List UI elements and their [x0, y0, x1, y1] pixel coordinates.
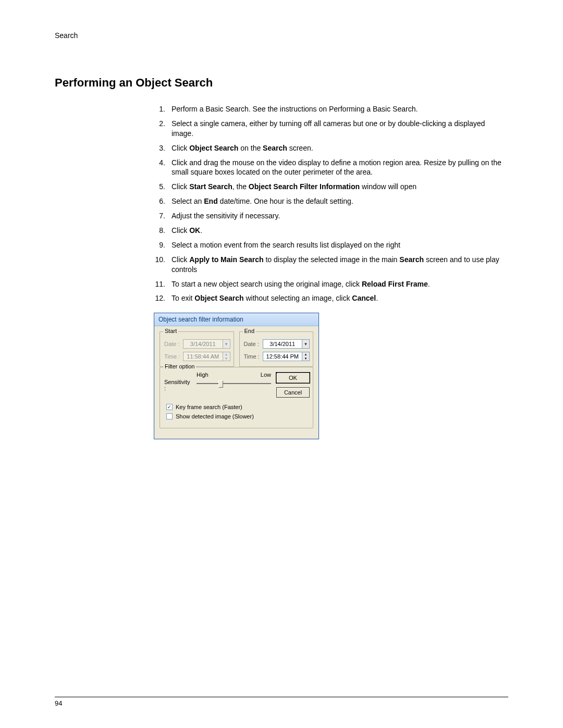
step-text: Click	[172, 144, 189, 152]
cancel-button[interactable]: Cancel	[276, 387, 310, 398]
object-search-filter-dialog: Object search filter information Start D…	[154, 313, 319, 439]
end-legend: End	[243, 328, 256, 334]
step-text: , the	[232, 182, 249, 191]
sensitivity-slider[interactable]	[195, 379, 272, 388]
sensitivity-label: Sensitivity :	[164, 379, 191, 391]
step-text: Click	[172, 182, 189, 191]
slider-high-label: High	[197, 372, 209, 378]
showdetected-label: Show detected image (Slower)	[176, 413, 254, 419]
step-number: 8.	[154, 226, 165, 236]
end-date-input[interactable]: 3/14/2011	[263, 339, 303, 349]
keyframe-label: Key frame search (Faster)	[176, 404, 242, 410]
step-text: to display the selected image in the mai…	[264, 255, 400, 264]
step-text: screen.	[287, 144, 313, 152]
start-time-spinner: ▲▼	[223, 352, 230, 361]
start-date-label: Date :	[164, 341, 183, 347]
step-text: To exit	[172, 294, 194, 302]
step-text-bold: OK	[189, 226, 200, 235]
instruction-step: 8.Click OK.	[154, 226, 503, 236]
keyframe-checkbox[interactable]: ✓	[166, 404, 173, 410]
instruction-list: 1.Perform a Basic Search. See the instru…	[154, 104, 503, 303]
step-text: without selecting an image, click	[244, 294, 352, 302]
step-text: on the	[238, 144, 263, 152]
filter-option-group: Filter option Sensitivity : High Low OK …	[160, 367, 313, 428]
start-group: Start Date : 3/14/2011 ▼ Time : 11:58:44…	[160, 331, 234, 367]
step-text-bold: Search	[399, 255, 424, 264]
instruction-step: 6.Select an End date/time. One hour is t…	[154, 196, 503, 206]
step-text: Click	[172, 226, 189, 235]
end-date-dropdown[interactable]: ▼	[302, 339, 310, 349]
step-text-bold: Object Search	[194, 294, 243, 302]
instruction-step: 10.Click Apply to Main Search to display…	[154, 255, 503, 275]
slider-thumb[interactable]	[218, 380, 223, 388]
slider-low-label: Low	[261, 372, 271, 378]
ok-button[interactable]: OK	[276, 373, 310, 383]
step-text: Click	[172, 255, 189, 264]
page-header-section: Search	[55, 31, 508, 40]
instruction-step: 9.Select a motion event from the search …	[154, 240, 503, 250]
step-text-bold: End	[204, 197, 217, 205]
start-date-input: 3/14/2011	[183, 339, 223, 349]
end-time-spinner[interactable]: ▲▼	[302, 352, 310, 361]
step-text-bold: Search	[263, 144, 287, 152]
step-text-bold: Object Search	[189, 144, 238, 152]
step-text: To start a new object search using the o…	[172, 280, 362, 288]
step-text: Select an	[172, 197, 204, 205]
page-title: Performing an Object Search	[55, 76, 508, 90]
step-text-bold: Start Search	[189, 182, 232, 191]
step-text: .	[200, 226, 202, 235]
step-number: 10.	[154, 255, 165, 265]
instruction-step: 12.To exit Object Search without selecti…	[154, 293, 503, 303]
end-date-label: Date :	[244, 341, 263, 347]
step-number: 3.	[154, 143, 165, 153]
step-number: 1.	[154, 104, 165, 114]
step-number: 2.	[154, 119, 165, 129]
step-text: Select a motion event from the search re…	[172, 241, 400, 249]
end-group: End Date : 3/14/2011 ▼ Time : 12:58:44 P…	[239, 331, 314, 367]
step-text: date/time. One hour is the default setti…	[218, 197, 353, 205]
instruction-step: 5.Click Start Search, the Object Search …	[154, 182, 503, 192]
step-text: Click and drag the mouse on the video di…	[172, 158, 501, 177]
step-number: 4.	[154, 158, 165, 168]
filter-option-legend: Filter option	[163, 363, 196, 369]
step-text: Select a single camera, either by turnin…	[172, 119, 485, 138]
page-footer: 94	[55, 697, 508, 707]
step-number: 5.	[154, 182, 165, 192]
step-number: 6.	[154, 196, 165, 206]
step-text: .	[428, 280, 430, 288]
page-number: 94	[55, 699, 62, 707]
step-text-bold: Object Search Filter Information	[249, 182, 360, 191]
start-time-input: 11:58:44 AM	[183, 352, 223, 361]
step-text-bold: Cancel	[352, 294, 376, 302]
dialog-title: Object search filter information	[154, 313, 319, 326]
instruction-step: 7.Adjust the sensitivity if necessary.	[154, 211, 503, 221]
start-date-dropdown: ▼	[223, 339, 230, 349]
step-number: 12.	[154, 293, 165, 303]
end-time-label: Time :	[244, 353, 263, 360]
step-text: .	[376, 294, 378, 302]
instruction-step: 1.Perform a Basic Search. See the instru…	[154, 104, 503, 114]
step-number: 9.	[154, 240, 165, 250]
step-number: 7.	[154, 211, 165, 221]
step-text-bold: Apply to Main Search	[189, 255, 263, 264]
start-time-label: Time :	[164, 353, 183, 360]
step-number: 11.	[154, 279, 165, 289]
step-text: Perform a Basic Search. See the instruct…	[172, 105, 418, 113]
instruction-step: 3.Click Object Search on the Search scre…	[154, 143, 503, 153]
start-legend: Start	[163, 328, 178, 334]
instruction-step: 11.To start a new object search using th…	[154, 279, 503, 289]
step-text: window will open	[360, 182, 417, 191]
instruction-step: 4.Click and drag the mouse on the video …	[154, 158, 503, 178]
step-text-bold: Reload First Frame	[362, 280, 428, 288]
end-time-input[interactable]: 12:58:44 PM	[263, 352, 303, 361]
step-text: Adjust the sensitivity if necessary.	[172, 212, 280, 220]
showdetected-checkbox[interactable]	[166, 413, 173, 419]
instruction-step: 2.Select a single camera, either by turn…	[154, 119, 503, 139]
